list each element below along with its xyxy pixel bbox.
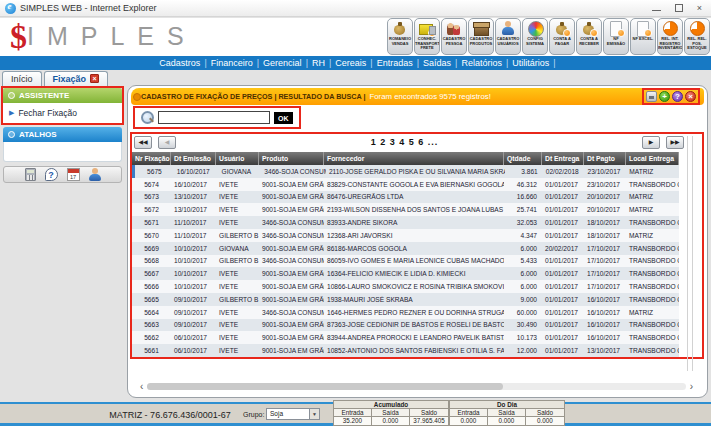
column-header-2[interactable]: Dt Emissão: [171, 152, 216, 165]
calculator-icon[interactable]: [25, 168, 36, 181]
table-row[interactable]: 567111/10/2017IVETE3466-SOJA CONSUMO8393…: [132, 216, 679, 229]
toolbar-button-products[interactable]: CADASTRO PRODUTOS: [468, 18, 494, 55]
search-input[interactable]: [158, 111, 270, 124]
content-title: CADASTRO DE FIXAÇÃO DE PREÇOS | RESULTAD…: [141, 92, 365, 101]
table-row[interactable]: 566206/10/2017IVETE9001-SOJA EM GRÃOS839…: [132, 331, 679, 344]
table-cell: 2110-JOSE GERALDO PISKA E OU SILVANIA MA…: [326, 168, 505, 175]
table-cell: 10852-ANTONIO DOS SANTOS FABIENSKI E OTI…: [324, 347, 504, 354]
toolbar-button-label: CONHEC. TRANSPORTE FRETE: [415, 37, 439, 51]
sidebar-atalhos-header[interactable]: ATALHOS: [3, 127, 122, 142]
table-cell: 16/10/2017: [171, 181, 216, 188]
table-cell: 25.741: [504, 206, 542, 213]
calendar-icon[interactable]: 17: [67, 168, 80, 181]
toolbar-button-truck[interactable]: CONHEC. TRANSPORTE FRETE: [414, 18, 440, 55]
table-row[interactable]: 566810/10/2017GILBERTO B3466-SOJA CONSUM…: [132, 255, 679, 268]
table-cell: 01/01/2017: [542, 334, 584, 341]
table-cell: GIOVANA: [219, 168, 262, 175]
tab-close-icon[interactable]: ×: [90, 74, 99, 83]
tab-início[interactable]: Início: [2, 71, 42, 86]
table-row[interactable]: 566409/10/2017IVETE3466-SOJA CONSUMO1646…: [132, 306, 679, 319]
scroll-left-icon[interactable]: ‹: [140, 382, 143, 392]
money-bag-icon: [391, 21, 409, 36]
table-row[interactable]: 567313/10/2017IVETE9001-SOJA EM GRÃOS864…: [132, 191, 679, 204]
menu-item-utilitários[interactable]: Utilitários: [508, 58, 553, 68]
help-button[interactable]: ?: [672, 91, 683, 102]
table-cell: 30.490: [504, 321, 542, 328]
money-bag-icon: [553, 21, 571, 36]
pagination: ◀◀ ◀ 1 2 3 4 5 6 ... ▶ ▶▶: [132, 134, 702, 152]
minimize-button[interactable]: [652, 6, 661, 11]
last-page-button[interactable]: ▶▶: [666, 136, 684, 149]
column-header-8[interactable]: Dt Pagto: [584, 152, 626, 165]
sidebar-assistente-header[interactable]: ASSISTENTE: [3, 88, 122, 103]
menu-item-entradas[interactable]: Entradas: [373, 58, 417, 68]
print-button[interactable]: [646, 91, 657, 102]
toolbar-button-label: REL. REL. POS. ESTOQUE: [685, 37, 709, 51]
menu-item-gerencial[interactable]: Gerencial: [259, 58, 306, 68]
table-row[interactable]: 567213/10/2017IVETE9001-SOJA EM GRÃOS219…: [132, 203, 679, 216]
table-row[interactable]: 566309/10/2017IVETE9001-SOJA EM GRÃOS873…: [132, 319, 679, 332]
toolbar-button-label: CADASTRO PRODUTOS: [469, 37, 493, 46]
help-icon[interactable]: ?: [45, 168, 58, 181]
user-icon[interactable]: [89, 168, 101, 181]
toolbar-button-doc[interactable]: NF EMISSÃO: [603, 18, 629, 55]
table-cell: 01/01/2017: [542, 181, 584, 188]
toolbar-button-money-bag[interactable]: CONTA A RECEBER: [576, 18, 602, 55]
menu-item-rh[interactable]: RH: [308, 58, 329, 68]
column-header-4[interactable]: Produto: [259, 152, 324, 165]
toolbar-button-people[interactable]: CADASTRO PESSOA: [441, 18, 467, 55]
scrollbar-thumb[interactable]: [147, 383, 502, 390]
toolbar-button-pie[interactable]: REL. REL. POS. ESTOQUE: [684, 18, 710, 55]
scrollbar-track[interactable]: [147, 383, 685, 390]
add-button[interactable]: +: [659, 91, 670, 102]
table-cell: 11/10/2017: [171, 232, 216, 239]
table-cell: MATRIZ: [626, 232, 679, 239]
toolbar-button-money-bag[interactable]: CONTA A PAGAR: [549, 18, 575, 55]
table-row[interactable]: 567416/10/2017IVETE9001-SOJA EM GRÃOS838…: [132, 178, 679, 191]
next-page-button[interactable]: ▶: [642, 136, 660, 149]
menu-item-financeiro[interactable]: Financeiro: [207, 58, 257, 68]
sidebar-item-fechar-fixacao[interactable]: ▶ Fechar Fixação: [3, 103, 122, 123]
menu-item-cadastros[interactable]: Cadastros: [155, 58, 204, 68]
table-cell: 09/10/2017: [171, 296, 216, 303]
table-row[interactable]: 566106/10/2017IVETE9001-SOJA EM GRÃOS108…: [132, 344, 679, 357]
column-header-5[interactable]: Fornecedor: [324, 152, 504, 165]
column-header-7[interactable]: Dt Entrega: [542, 152, 584, 165]
toolbar-button-doc[interactable]: NF EXCEL.: [630, 18, 656, 55]
toolbar-button-pie[interactable]: REL. INT. REGISTRO INVENTÁRIO: [657, 18, 683, 55]
maximize-button[interactable]: [675, 4, 683, 12]
close-button[interactable]: ×: [685, 91, 696, 102]
column-header-1[interactable]: Nr Fixação: [132, 152, 171, 165]
table-row[interactable]: 566610/10/2017IVETE9001-SOJA EM GRÃOS108…: [132, 280, 679, 293]
table-cell: 02/02/2018: [543, 168, 585, 175]
doc-icon: [607, 21, 625, 36]
table-row[interactable]: 567516/10/2017GIOVANA3466-SOJA CONSUMO21…: [132, 165, 679, 178]
table-row[interactable]: 566710/10/2017IVETE9001-SOJA EM GRÃOS163…: [132, 267, 679, 280]
close-window-button[interactable]: ×: [697, 3, 702, 13]
table-row[interactable]: 566910/10/2017GIOVANA9001-SOJA EM GRÃOS8…: [132, 242, 679, 255]
scroll-right-icon[interactable]: ›: [690, 382, 693, 392]
menu-item-cereais[interactable]: Cereais: [331, 58, 370, 68]
search-ok-button[interactable]: OK: [274, 112, 293, 124]
table-cell: 09/10/2017: [171, 321, 216, 328]
menu-item-relatórios[interactable]: Relatórios: [457, 58, 506, 68]
toolbar-button-palette[interactable]: CONFIG SISTEMA: [522, 18, 548, 55]
toolbar-button-label: ROMANEIO VENDAS: [388, 37, 412, 46]
tab-fixação[interactable]: Fixação×: [44, 71, 109, 86]
toolbar-button-money-bag[interactable]: ROMANEIO VENDAS: [387, 18, 413, 55]
column-header-9[interactable]: Local Entrega: [626, 152, 679, 165]
table-cell: 5662: [132, 334, 171, 341]
table-row[interactable]: 566509/10/2017GILBERTO B9001-SOJA EM GRÃ…: [132, 293, 679, 306]
table-cell: MATRIZ: [626, 168, 679, 175]
table-row[interactable]: 567011/10/2017GILBERTO B3466-SOJA CONSUM…: [132, 229, 679, 242]
tab-label: Início: [11, 74, 33, 84]
column-header-3[interactable]: Usuário: [216, 152, 259, 165]
column-header-6[interactable]: Qtdade: [504, 152, 542, 165]
grupo-select[interactable]: Soja ▼: [266, 408, 320, 420]
toolbar-button-user-blue[interactable]: CADASTRO USUÁRIOS: [495, 18, 521, 55]
table-cell: 83829-CONSTANTE GOGOLA E EVA BIERNASKI G…: [324, 181, 504, 188]
page-numbers[interactable]: 1 2 3 4 5 6 ...: [132, 137, 677, 147]
menu-item-saídas[interactable]: Saídas: [419, 58, 455, 68]
circle-bullet-icon: [8, 131, 15, 138]
table-cell: 16/10/2017: [174, 168, 219, 175]
